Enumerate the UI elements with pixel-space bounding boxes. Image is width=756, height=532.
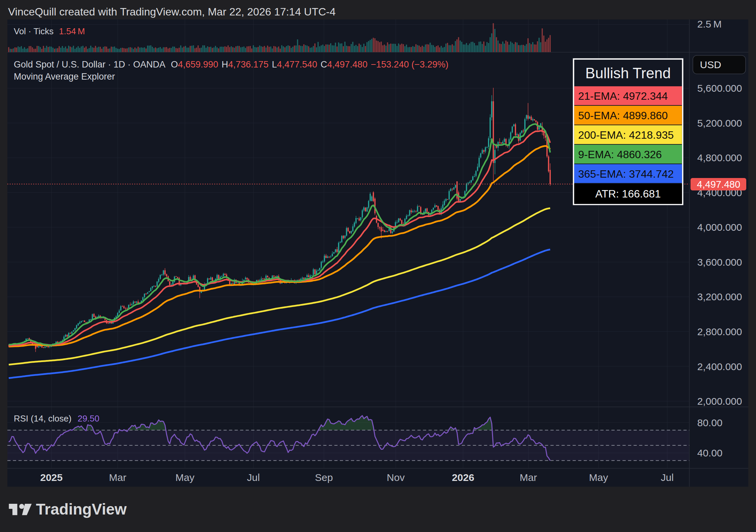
svg-text:2,400.000: 2,400.000 xyxy=(697,361,742,372)
svg-text:80.00: 80.00 xyxy=(697,417,722,428)
svg-text:Gold Spot / U.S. Dollar · 1D ·: Gold Spot / U.S. Dollar · 1D · OANDAO4,6… xyxy=(14,59,448,70)
svg-text:Mar: Mar xyxy=(109,472,127,483)
svg-text:Jul: Jul xyxy=(661,472,674,483)
svg-text:2025: 2025 xyxy=(40,472,63,483)
svg-text:Bullish Trend: Bullish Trend xyxy=(585,65,671,81)
svg-text:40.00: 40.00 xyxy=(697,447,722,458)
svg-text:Moving Average Explorer: Moving Average Explorer xyxy=(14,72,115,82)
svg-text:Sep: Sep xyxy=(315,472,333,483)
svg-text:4,000.000: 4,000.000 xyxy=(697,222,742,233)
svg-text:May: May xyxy=(175,472,194,483)
svg-text:2026: 2026 xyxy=(452,472,474,483)
svg-text:200-EMA: 4218.935: 200-EMA: 4218.935 xyxy=(578,129,674,141)
svg-text:Jul: Jul xyxy=(247,472,260,483)
svg-text:50-EMA: 4899.860: 50-EMA: 4899.860 xyxy=(578,109,668,122)
svg-text:365-EMA: 3744.742: 365-EMA: 3744.742 xyxy=(578,168,674,180)
svg-text:Vol · Ticks1.54 M: Vol · Ticks1.54 M xyxy=(14,26,85,36)
svg-text:RSI (14, close)29.50: RSI (14, close)29.50 xyxy=(14,413,99,424)
svg-text:TradingView: TradingView xyxy=(36,500,127,518)
svg-text:2,800.000: 2,800.000 xyxy=(697,326,742,337)
svg-text:2,000.000: 2,000.000 xyxy=(697,396,742,407)
svg-text:ATR: 166.681: ATR: 166.681 xyxy=(595,188,661,200)
svg-text:4,800.000: 4,800.000 xyxy=(697,152,742,163)
svg-text:Nov: Nov xyxy=(387,472,405,483)
svg-text:3,600.000: 3,600.000 xyxy=(697,257,742,268)
svg-text:USD: USD xyxy=(700,59,721,70)
svg-text:21-EMA: 4972.344: 21-EMA: 4972.344 xyxy=(578,90,668,102)
svg-text:2.5 M: 2.5 M xyxy=(697,18,722,30)
svg-text:4,497.480: 4,497.480 xyxy=(697,179,740,190)
svg-text:3,200.000: 3,200.000 xyxy=(697,291,742,302)
svg-text:9-EMA: 4860.326: 9-EMA: 4860.326 xyxy=(578,148,662,161)
svg-text:5,200.000: 5,200.000 xyxy=(697,118,742,129)
svg-text:Mar: Mar xyxy=(520,472,537,483)
svg-text:May: May xyxy=(589,472,608,483)
svg-text:VinceQuill created with Tradin: VinceQuill created with TradingView.com,… xyxy=(8,6,336,18)
svg-text:5,600.000: 5,600.000 xyxy=(697,83,742,94)
